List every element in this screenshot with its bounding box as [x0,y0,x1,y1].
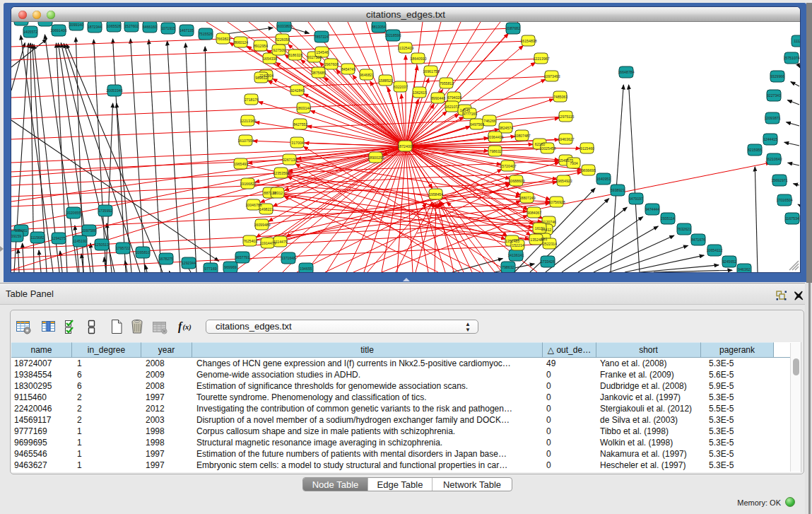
svg-text:7955812: 7955812 [440,81,454,86]
svg-text:927509: 927509 [273,48,285,52]
svg-text:1371648: 1371648 [281,256,295,260]
svg-text:19218596: 19218596 [384,33,401,37]
svg-text:16033809: 16033809 [276,24,292,28]
svg-text:12093871: 12093871 [764,116,780,120]
svg-text:16210643: 16210643 [765,157,782,161]
svg-text:8215955: 8215955 [748,148,762,152]
svg-text:1965493: 1965493 [234,162,248,166]
svg-text:1678275: 1678275 [159,257,173,261]
svg-text:2099140: 2099140 [69,23,83,27]
svg-text:9084067: 9084067 [527,211,541,215]
svg-text:1362615: 1362615 [413,90,427,95]
svg-text:18724007: 18724007 [397,144,413,148]
svg-text:2718176: 2718176 [245,98,259,102]
svg-text:152214: 152214 [512,243,524,247]
svg-text:2020655: 2020655 [66,211,81,215]
svg-text:17016504: 17016504 [776,198,792,202]
svg-text:2087682: 2087682 [506,26,520,30]
svg-text:7663822: 7663822 [216,37,230,41]
svg-text:16099489: 16099489 [254,223,270,227]
svg-text:798632: 798632 [489,149,501,153]
svg-text:8912954: 8912954 [254,44,268,48]
svg-text:15720407: 15720407 [500,164,516,168]
svg-text:98312: 98312 [273,191,283,195]
svg-text:5938923: 5938923 [611,188,625,192]
svg-text:18640910: 18640910 [410,57,426,61]
svg-text:1145193: 1145193 [73,239,87,243]
svg-text:6794028: 6794028 [447,95,461,100]
svg-text:3824574: 3824574 [499,126,513,130]
svg-text:9245652: 9245652 [722,259,736,264]
svg-text:15692971: 15692971 [771,178,787,182]
svg-text:1115682: 1115682 [30,235,45,240]
svg-text:(x): (x) [183,323,192,332]
svg-text:1733426: 1733426 [541,259,555,264]
svg-text:1405572: 1405572 [23,30,37,34]
svg-text:16107554: 16107554 [237,139,254,143]
svg-text:9115460: 9115460 [580,146,594,151]
svg-text:6479197: 6479197 [629,197,643,201]
svg-text:2803144: 2803144 [297,106,311,110]
svg-text:16151: 16151 [535,226,546,230]
svg-text:8813054: 8813054 [372,25,386,29]
svg-text:7857224: 7857224 [314,35,329,39]
svg-text:746266: 746266 [483,119,495,123]
svg-text:39159: 39159 [11,234,21,238]
svg-text:1654338: 1654338 [263,57,277,61]
svg-text:317004: 317004 [291,141,303,145]
svg-text:1065528: 1065528 [107,24,121,28]
svg-text:3267130: 3267130 [283,158,297,162]
svg-text:1120746: 1120746 [542,220,556,224]
svg-text:946362: 946362 [738,267,750,271]
svg-text:10756928: 10756928 [548,200,565,204]
svg-text:2935114: 2935114 [661,216,675,221]
svg-text:8186328: 8186328 [288,53,302,57]
svg-text:9227343: 9227343 [767,93,781,98]
svg-text:8990448: 8990448 [431,96,445,100]
svg-text:2097588: 2097588 [82,228,96,233]
svg-text:15751074: 15751074 [783,56,799,60]
svg-text:7625402: 7625402 [243,239,257,243]
svg-text:7485063: 7485063 [553,95,567,99]
svg-text:798632: 798632 [502,265,514,269]
svg-text:1872344: 1872344 [88,25,102,29]
svg-text:977169: 977169 [204,267,216,271]
svg-text:535061: 535061 [15,228,27,233]
svg-text:1588520: 1588520 [379,78,393,83]
svg-text:18900295: 18900295 [367,156,384,160]
svg-text:154546: 154546 [316,50,328,54]
svg-text:6497568: 6497568 [470,122,484,127]
svg-text:1244415: 1244415 [763,137,777,141]
svg-text:9474444: 9474444 [645,207,659,211]
svg-text:194655: 194655 [300,267,312,271]
svg-text:9329966: 9329966 [770,74,784,78]
svg-text:1735992: 1735992 [98,209,112,213]
svg-text:969969: 969969 [224,265,236,269]
svg-text:1114479: 1114479 [273,240,288,244]
svg-text:10025458: 10025458 [539,146,555,151]
svg-text:9327508: 9327508 [307,55,322,59]
svg-text:2967608: 2967608 [324,62,339,66]
svg-text:11125: 11125 [794,39,800,43]
svg-text:12975115: 12975115 [558,115,575,119]
svg-text:10688609: 10688609 [508,179,524,183]
svg-text:19654923: 19654923 [555,179,572,183]
svg-text:9646821: 9646821 [360,73,374,77]
svg-text:1527602: 1527602 [124,24,139,28]
svg-text:18807249: 18807249 [519,196,535,200]
svg-text:7515526: 7515526 [199,32,213,36]
svg-text:20053346: 20053346 [106,88,122,93]
svg-text:5226058: 5226058 [276,37,290,42]
svg-text:1795722: 1795722 [116,246,130,250]
svg-text:7632621: 7632621 [677,227,691,231]
svg-text:10807487: 10807487 [514,134,530,138]
svg-text:8427552: 8427552 [293,122,307,127]
svg-text:1467135: 1467135 [180,28,194,33]
svg-text:8454749: 8454749 [341,67,355,71]
svg-text:19463627: 19463627 [558,137,574,141]
svg-text:16961758: 16961758 [423,69,439,74]
svg-text:14136141: 14136141 [507,253,524,257]
svg-text:16648784: 16648784 [618,70,634,74]
svg-text:8660124: 8660124 [234,40,248,45]
svg-text:1071915: 1071915 [161,26,175,30]
